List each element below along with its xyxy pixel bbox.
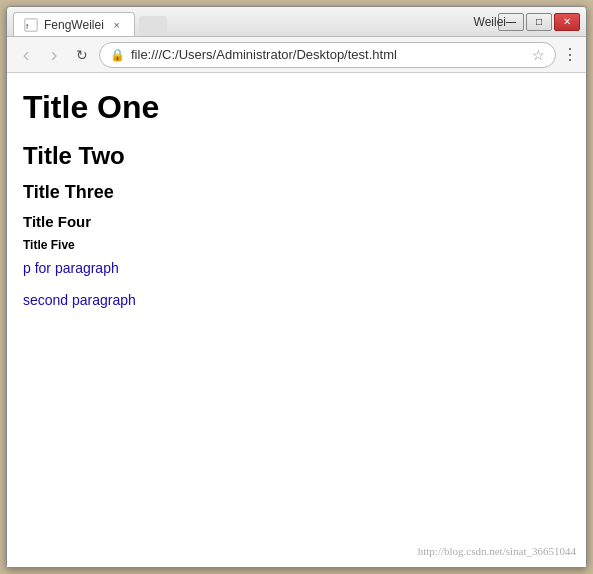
window-controls: — □ ✕ <box>498 13 580 31</box>
svg-rect-2 <box>145 18 161 34</box>
page-content: Title One Title Two Title Three Title Fo… <box>7 73 586 567</box>
heading-five: Title Five <box>23 238 570 252</box>
browser-tab[interactable]: f FengWeilei × <box>13 12 135 36</box>
browser-window: f FengWeilei × Weilei — □ ✕ <box>6 6 587 568</box>
close-button[interactable]: ✕ <box>554 13 580 31</box>
heading-one: Title One <box>23 89 570 126</box>
address-bar[interactable]: 🔒 file:///C:/Users/Administrator/Desktop… <box>99 42 556 68</box>
refresh-button[interactable]: ↻ <box>71 44 93 66</box>
window-title: Weilei <box>474 15 506 29</box>
heading-two: Title Two <box>23 142 570 170</box>
tab-label: FengWeilei <box>44 18 104 32</box>
back-button[interactable]: ‹ <box>15 44 37 66</box>
back-icon: ‹ <box>23 43 30 66</box>
paragraph-two: second paragraph <box>23 292 570 308</box>
forward-icon: › <box>51 43 58 66</box>
heading-four: Title Four <box>23 213 570 230</box>
toolbar: ‹ › ↻ 🔒 file:///C:/Users/Administrator/D… <box>7 37 586 73</box>
watermark: http://blog.csdn.net/sinat_36651044 <box>418 545 576 557</box>
minimize-icon: — <box>506 16 516 27</box>
paragraph-one: p for paragraph <box>23 260 570 276</box>
forward-button[interactable]: › <box>43 44 65 66</box>
new-tab-button[interactable] <box>139 16 167 36</box>
secure-icon: 🔒 <box>110 48 125 62</box>
heading-three: Title Three <box>23 182 570 203</box>
tab-close-button[interactable]: × <box>110 18 124 32</box>
refresh-icon: ↻ <box>76 47 88 63</box>
tab-area: f FengWeilei × <box>13 7 494 36</box>
titlebar: f FengWeilei × Weilei — □ ✕ <box>7 7 586 37</box>
maximize-icon: □ <box>536 16 542 27</box>
tab-favicon: f <box>24 18 38 32</box>
address-text: file:///C:/Users/Administrator/Desktop/t… <box>131 47 526 62</box>
close-icon: ✕ <box>563 16 571 27</box>
menu-button[interactable]: ⋮ <box>562 45 578 64</box>
maximize-button[interactable]: □ <box>526 13 552 31</box>
bookmark-icon[interactable]: ☆ <box>532 47 545 63</box>
